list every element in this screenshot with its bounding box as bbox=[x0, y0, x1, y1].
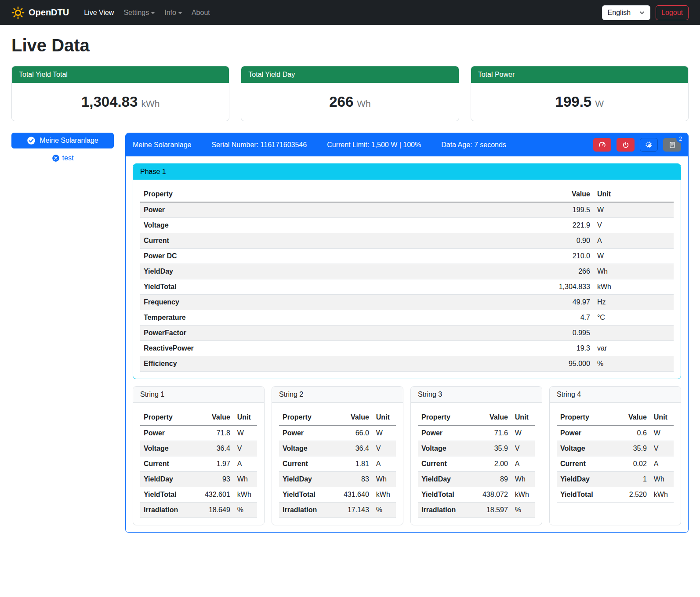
table-row: Current2.00A bbox=[418, 456, 535, 472]
row-unit: W bbox=[594, 249, 674, 264]
inverter-sidebar: Meine Solaranlage test bbox=[11, 133, 114, 162]
nav-links: Live View Settings Info About bbox=[80, 5, 214, 20]
column-value: Value bbox=[476, 410, 511, 425]
table-row: Voltage221.9V bbox=[140, 218, 674, 233]
column-unit: Unit bbox=[373, 410, 396, 425]
row-value: 35.9 bbox=[615, 441, 650, 456]
table-row: YieldDay89Wh bbox=[418, 472, 535, 487]
phase-panel-title: Phase 1 bbox=[133, 164, 681, 180]
nav-about[interactable]: About bbox=[188, 5, 214, 20]
column-value: Value bbox=[615, 410, 650, 425]
table-header-row: Property Value Unit bbox=[140, 187, 674, 202]
row-value: 0.02 bbox=[615, 456, 650, 472]
row-property: PowerFactor bbox=[140, 326, 530, 341]
string-card-3: String 3 Property Value Unit bbox=[410, 386, 542, 525]
device-info-button[interactable] bbox=[640, 138, 658, 152]
row-property: Current bbox=[557, 456, 615, 472]
table-row: Voltage35.9V bbox=[418, 441, 535, 456]
table-row: Irradiation18.597% bbox=[418, 503, 535, 518]
table-row: Power66.0W bbox=[279, 425, 396, 441]
row-unit: kWh bbox=[234, 487, 257, 503]
table-row: Voltage36.4V bbox=[140, 441, 257, 456]
nav-info[interactable]: Info bbox=[161, 5, 185, 20]
phase-panel: Phase 1 Property Value Unit Power199.5WV… bbox=[133, 163, 681, 379]
card-unit: W bbox=[595, 98, 604, 109]
table-row: Power199.5W bbox=[140, 202, 674, 218]
string-card-title: String 4 bbox=[550, 387, 681, 403]
string-card-1: String 1 Property Value Unit bbox=[133, 386, 265, 525]
language-select[interactable]: English bbox=[602, 5, 650, 20]
row-property: Voltage bbox=[140, 441, 199, 456]
navbar: OpenDTU Live View Settings Info About En… bbox=[0, 0, 700, 25]
table-row: Frequency49.97Hz bbox=[140, 295, 674, 310]
row-unit: Wh bbox=[650, 472, 674, 487]
row-property: Current bbox=[279, 456, 337, 472]
test-inverter-link[interactable]: test bbox=[11, 154, 114, 162]
nav-settings[interactable]: Settings bbox=[120, 5, 158, 20]
power-button[interactable] bbox=[617, 138, 635, 152]
row-property: YieldDay bbox=[418, 472, 476, 487]
table-row: ReactivePower19.3var bbox=[140, 341, 674, 356]
check-circle-icon bbox=[27, 136, 36, 145]
table-row: Irradiation17.143% bbox=[279, 503, 396, 518]
nav-live-view[interactable]: Live View bbox=[80, 5, 117, 20]
test-inverter-label: test bbox=[62, 154, 74, 162]
row-unit: var bbox=[594, 341, 674, 356]
row-unit: Wh bbox=[234, 472, 257, 487]
card-value: 1,304.83 bbox=[81, 94, 138, 110]
row-unit: V bbox=[234, 441, 257, 456]
row-unit: A bbox=[511, 456, 535, 472]
string-card-2: String 2 Property Value Unit bbox=[272, 386, 403, 525]
row-unit: W bbox=[650, 425, 674, 441]
row-unit: Wh bbox=[511, 472, 535, 487]
event-log-button[interactable]: 2 bbox=[663, 138, 681, 152]
string-card-title: String 1 bbox=[133, 387, 264, 403]
row-unit bbox=[594, 326, 674, 341]
table-row: Voltage36.4V bbox=[279, 441, 396, 456]
chevron-down-icon bbox=[639, 10, 645, 15]
row-value: 1 bbox=[615, 472, 650, 487]
row-unit: W bbox=[234, 425, 257, 441]
row-unit: kWh bbox=[594, 279, 674, 295]
row-unit: A bbox=[650, 456, 674, 472]
row-property: Voltage bbox=[140, 218, 530, 233]
row-value: 1.81 bbox=[337, 456, 373, 472]
summary-cards: Total Yield Total 1,304.83kWh Total Yiel… bbox=[11, 66, 689, 121]
row-property: Frequency bbox=[140, 295, 530, 310]
row-unit: V bbox=[594, 218, 674, 233]
table-row: Voltage35.9V bbox=[557, 441, 674, 456]
row-property: Current bbox=[140, 233, 530, 249]
table-row: YieldDay83Wh bbox=[279, 472, 396, 487]
row-value: 221.9 bbox=[530, 218, 594, 233]
row-value: 1.97 bbox=[199, 456, 234, 472]
table-row: YieldDay1Wh bbox=[557, 472, 674, 487]
table-row: Current0.90A bbox=[140, 233, 674, 249]
row-value: 210.0 bbox=[530, 249, 594, 264]
row-value: 18.597 bbox=[476, 503, 511, 518]
inverter-select-label: Meine Solaranlage bbox=[40, 137, 98, 145]
column-value: Value bbox=[199, 410, 234, 425]
table-row: Current0.02A bbox=[557, 456, 674, 472]
inverter-actions: 2 bbox=[593, 138, 681, 152]
logout-button[interactable]: Logout bbox=[656, 5, 689, 20]
row-unit: W bbox=[511, 425, 535, 441]
limit-settings-button[interactable] bbox=[593, 138, 611, 152]
inverter-name: Meine Solaranlage bbox=[133, 141, 191, 149]
row-property: Efficiency bbox=[140, 356, 530, 372]
column-property: Property bbox=[140, 410, 199, 425]
column-unit: Unit bbox=[650, 410, 674, 425]
row-value: 36.4 bbox=[337, 441, 373, 456]
row-property: YieldTotal bbox=[140, 279, 530, 295]
event-count-badge: 2 bbox=[676, 135, 685, 143]
string-card-4: String 4 Property Value Unit bbox=[549, 386, 681, 525]
row-value: 0.6 bbox=[615, 425, 650, 441]
brand-link[interactable]: OpenDTU bbox=[11, 6, 69, 19]
row-unit: A bbox=[594, 233, 674, 249]
phase-table: Property Value Unit Power199.5WVoltage22… bbox=[140, 187, 674, 372]
main-content: Live Data Total Yield Total 1,304.83kWh … bbox=[0, 25, 700, 546]
row-unit: Wh bbox=[594, 264, 674, 279]
row-unit: kWh bbox=[511, 487, 535, 503]
total-power-card: Total Power 199.5W bbox=[471, 66, 689, 121]
row-unit: A bbox=[234, 456, 257, 472]
inverter-select-button[interactable]: Meine Solaranlage bbox=[11, 133, 114, 148]
